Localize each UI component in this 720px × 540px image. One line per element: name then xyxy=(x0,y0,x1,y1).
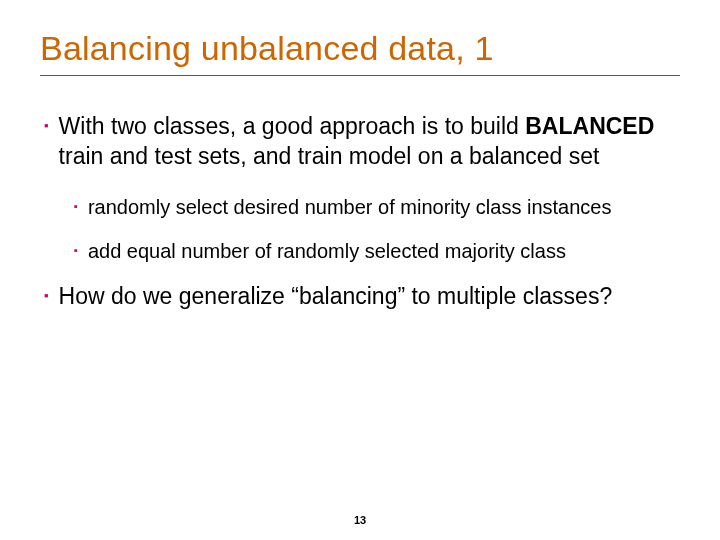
bullet-text-post: train and test sets, and train model on … xyxy=(59,143,600,169)
bullet-marker-icon: ▪ xyxy=(74,243,78,257)
bullet-marker-icon: ▪ xyxy=(74,199,78,213)
bullet-text: add equal number of randomly selected ma… xyxy=(88,238,566,264)
bullet-text: randomly select desired number of minori… xyxy=(88,194,612,220)
page-number: 13 xyxy=(0,514,720,526)
bullet-marker-icon: ▪ xyxy=(44,288,49,305)
bullet-text: With two classes, a good approach is to … xyxy=(59,112,680,172)
bullet-text: How do we generalize “balancing” to mult… xyxy=(59,282,613,312)
bullet-item: ▪ With two classes, a good approach is t… xyxy=(40,112,680,172)
title-rule xyxy=(40,75,680,76)
bullet-item: ▪ How do we generalize “balancing” to mu… xyxy=(40,282,680,312)
bullet-subitem: ▪ add equal number of randomly selected … xyxy=(40,238,680,264)
bullet-text-pre: With two classes, a good approach is to … xyxy=(59,113,526,139)
bullet-text-strong: BALANCED xyxy=(525,113,654,139)
bullet-subitem: ▪ randomly select desired number of mino… xyxy=(40,194,680,220)
slide-content: ▪ With two classes, a good approach is t… xyxy=(40,112,680,312)
slide-title: Balancing unbalanced data, 1 xyxy=(40,28,680,69)
slide: Balancing unbalanced data, 1 ▪ With two … xyxy=(0,0,720,540)
bullet-marker-icon: ▪ xyxy=(44,118,49,135)
